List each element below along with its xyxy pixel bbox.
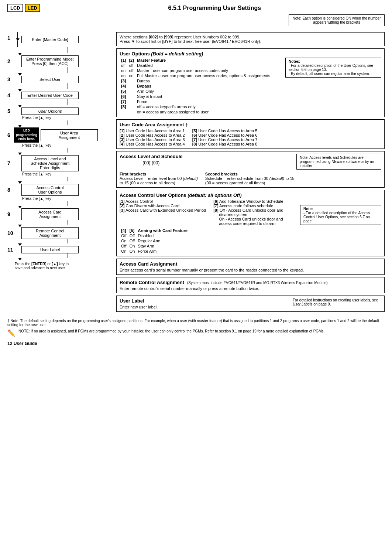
- connector-10-11: [21, 239, 114, 243]
- step-7-number: 7: [7, 160, 14, 166]
- remote-control-subtitle: (System must include EVO641/EVO641R and …: [187, 281, 328, 285]
- step-7-box: Access Level and Schedule Assignment Ent…: [21, 155, 79, 171]
- step-6-row: 6 LED programming ends here. User Area A…: [7, 127, 114, 143]
- user-code-area-col2: [5] User Code Has Access to Area 5 [6] U…: [192, 129, 258, 146]
- opt-row-3: [3]Duress: [120, 78, 272, 83]
- page-container: LCD LED 6.5.1 Programming User Settings …: [0, 0, 392, 354]
- connector-2-3: [21, 67, 114, 73]
- step-1-box: Enter [Master Code]: [21, 36, 79, 43]
- step-6-number: 6: [7, 132, 14, 138]
- arming-header: [4][5]Arming with Card Feature: [120, 228, 189, 233]
- panel-remote-control: Remote Control Assignment (System must i…: [116, 277, 385, 293]
- arming-row-4: OnOnForce Arm: [120, 249, 189, 254]
- area-opt-2: [2] User Code Has Access to Area 2: [120, 133, 185, 137]
- main-layout: 1 Enter [Master Code] 2: [7, 32, 385, 314]
- page-footer: 12 User Guide: [7, 341, 385, 346]
- step-11-number: 11: [7, 247, 14, 253]
- area-opt-6: [6] User Code Has Access to Area 6: [192, 133, 258, 137]
- arrow-9-10: [18, 225, 114, 227]
- remote-control-title: Remote Control Assignment: [120, 280, 184, 285]
- header-row: LCD LED 6.5.1 Programming User Settings: [7, 4, 385, 12]
- panel-step1: Where sections [002] to [999] represent …: [116, 32, 385, 46]
- user-label-row: User Label Enter new user label. For det…: [120, 298, 381, 309]
- access-level-note: Note: Access levels and Schedules are pr…: [296, 154, 381, 170]
- first-bracket-line2: to 15 (00 = access to all doors): [120, 181, 198, 185]
- step-11-box: User Label: [21, 246, 79, 253]
- arrow-5-6: [18, 125, 114, 127]
- steps-column: 1 Enter [Master Code] 2: [7, 32, 114, 314]
- user-code-area-col1: [1] User Code Has Access to Area 1 [2] U…: [120, 129, 185, 146]
- step-5-row: 5 User Options: [7, 107, 114, 115]
- arming-row-1: OffOffDisabled: [120, 233, 189, 238]
- second-bracket-line1: Schedule = enter schedule from 00 (defau…: [205, 176, 295, 181]
- connector-4-5: [21, 99, 114, 105]
- user-label-left: User Label Enter new user label.: [120, 298, 158, 309]
- access-level-top: Access Level and Schedule (00) (00) Note…: [120, 154, 381, 170]
- user-label-text: Enter new user label.: [120, 305, 158, 309]
- first-bracket-title: First brackets: [120, 172, 198, 176]
- second-bracket-title: Second brackets: [205, 172, 295, 176]
- area-opt-5: [5] User Code Has Access to Area 5: [192, 129, 258, 133]
- step-5-number: 5: [7, 108, 14, 114]
- access-ctrl-cols: [1] Access Control [2] Can Disarm with A…: [120, 199, 296, 226]
- connector-5-6: [21, 120, 114, 125]
- access-ctrl-note: Note: - For a detailed description of th…: [300, 205, 381, 225]
- connector-8-9: [21, 201, 114, 206]
- user-options-title-text: User Options (Bold = default setting): [120, 51, 203, 57]
- opt-row-8b: on = access any areas assigned to user: [120, 109, 272, 115]
- ac-opt-6: [6] Add Tolerance Window to Schedule: [213, 199, 283, 204]
- step-4-number: 4: [7, 92, 14, 98]
- opt-row-4: [4]Bypass: [120, 83, 272, 89]
- arming-row-3: OffOnStay Arm: [120, 243, 189, 249]
- step-8-box: Access Control User Options: [21, 184, 79, 196]
- content-column: Where sections [002] to [999] represent …: [114, 32, 385, 314]
- user-code-area-grid: [1] User Code Has Access to Area 1 [2] U…: [120, 129, 381, 146]
- ac-opt-1: [1] Access Control: [120, 199, 206, 204]
- opt-row-6: [6]Stay & Instant: [120, 94, 272, 99]
- page-title: 6.5.1 Programming User Settings: [45, 5, 385, 11]
- area-opt-3: [3] User Code Has Access to Area 3: [120, 137, 185, 142]
- area-opt-8: [8] User Code Has Access to Area 8: [192, 142, 258, 146]
- top-note: Note: Each option is considered ON when …: [289, 14, 385, 26]
- step-7-press: Press the [▲] key: [22, 171, 114, 177]
- led-badge: LED: [25, 4, 40, 12]
- access-card-text: Enter access card's serial number manual…: [120, 268, 381, 272]
- access-level-values: (00) (00): [120, 160, 183, 165]
- first-bracket-line1: Access Level = enter level from 00 (defa…: [120, 176, 198, 181]
- step-8-press: Press the [▲] key: [22, 196, 114, 201]
- opt-row-5: [5]Arm Only: [120, 89, 272, 94]
- lcd-badge: LCD: [7, 4, 23, 12]
- panel-access-card: Access Card Assignment Enter access card…: [116, 259, 385, 275]
- user-code-area-title: User Code Area Assignment †: [120, 122, 381, 127]
- connector-3-4: [21, 83, 114, 89]
- pgm-note-row: ✏️ NOTE: If no area is assigned, and if …: [7, 329, 385, 337]
- footer-notes: † Note: The default setting depends on t…: [7, 317, 385, 337]
- panel-access-ctrl-options: Access Control User Options (default: al…: [116, 190, 385, 256]
- step-1: 1 Enter [Master Code]: [7, 32, 114, 47]
- step-4-row: 4 Enter Desired User Code: [7, 92, 114, 99]
- arrow-2-3: [18, 73, 114, 76]
- second-bracket: Second brackets Schedule = enter schedul…: [205, 172, 295, 185]
- step-2-box: Enter Programming Mode: Press [0] then […: [21, 55, 79, 67]
- arrow-8-9: [18, 206, 114, 208]
- access-ctrl-col2: [6] Add Tolerance Window to Schedule [7]…: [213, 199, 283, 226]
- connector-7-8: [21, 177, 114, 181]
- brackets-row: First brackets Access Level = enter leve…: [120, 172, 381, 185]
- step-5-box: User Options: [21, 107, 79, 115]
- step-4-box: Enter Desired User Code: [21, 92, 79, 99]
- opt-row-header: [1][2]Master Feature: [120, 58, 272, 63]
- user-label-title: User Label: [120, 298, 158, 304]
- led-ends-box: LED programming ends here.: [14, 127, 39, 143]
- step-3-number: 3: [7, 76, 14, 82]
- step1-content-text: Where sections [002] to [999] represent …: [120, 35, 381, 44]
- step-7-row: 7 Access Level and Schedule Assignment E…: [7, 155, 114, 171]
- step-6-press: Press the [▲] key: [22, 143, 114, 148]
- step-8-number: 8: [7, 187, 14, 193]
- step-1-center: [14, 32, 21, 47]
- area-opt-4: [4] User Code Has Access to Area 4: [120, 142, 185, 146]
- connector-6-7: [21, 148, 114, 153]
- area-opt-1: [1] User Code Has Access to Area 1: [120, 129, 185, 133]
- step-9-box: Access Card Assignment: [21, 208, 79, 220]
- step-10-number: 10: [7, 230, 14, 236]
- ac-opt-8: [8] Off - Access Card unlocks door and d…: [213, 208, 283, 226]
